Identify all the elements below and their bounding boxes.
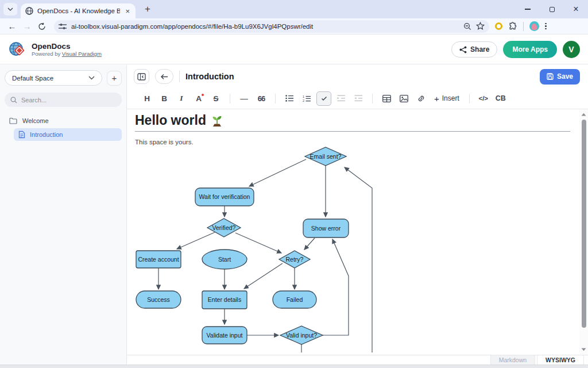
svg-text:Wait for verification: Wait for verification xyxy=(199,193,250,200)
editor-content[interactable]: Hello world This space is yours. Email s… xyxy=(127,109,588,355)
tab-title: OpenDocs - AI Knowledge Base xyxy=(37,7,120,14)
extensions-icon[interactable] xyxy=(508,22,517,31)
minimize-icon xyxy=(525,9,531,9)
page-title: Introduction xyxy=(185,72,234,81)
link-button[interactable] xyxy=(413,91,428,106)
share-icon xyxy=(459,46,467,53)
svg-text:Valid input?: Valid input? xyxy=(286,332,317,339)
search-icon xyxy=(10,97,17,103)
share-label: Share xyxy=(470,45,489,53)
browser-tab[interactable]: OpenDocs - AI Knowledge Base × xyxy=(21,3,136,18)
indent-button[interactable] xyxy=(334,91,349,106)
svg-text:Create account: Create account xyxy=(138,256,179,263)
browser-menu-icon[interactable] xyxy=(545,23,547,30)
share-button[interactable]: Share xyxy=(451,41,497,57)
link-icon xyxy=(417,95,425,102)
inline-code-button[interactable]: </> xyxy=(476,91,491,106)
indent-icon xyxy=(337,95,346,102)
checkbox-icon xyxy=(321,96,327,101)
wysiwyg-mode-tab[interactable]: WYSIWYG xyxy=(537,355,584,365)
space-selector-label: Default Space xyxy=(12,75,53,82)
bookmark-star-icon[interactable] xyxy=(476,22,485,30)
main-panel: Introduction Save H B I A S — 66 xyxy=(127,65,588,365)
scrollbar-thumb[interactable] xyxy=(582,120,586,328)
scroll-down-icon[interactable] xyxy=(579,346,588,354)
chevron-down-icon xyxy=(7,7,13,11)
tab-search-button[interactable] xyxy=(3,3,17,16)
sidebar-item-welcome[interactable]: Welcome xyxy=(5,115,122,126)
browser-toolbar: ← → ai-toolbox.visual-paradigm.com/app/o… xyxy=(0,18,588,34)
browser-profile-avatar[interactable] xyxy=(529,21,539,31)
numbered-list-button[interactable]: 1 2 xyxy=(299,91,314,106)
flowchart-diagram[interactable]: Email sent?Wait for verificationVerified… xyxy=(127,109,579,355)
bullet-list-button[interactable] xyxy=(282,91,297,106)
user-avatar[interactable]: V xyxy=(563,41,580,58)
svg-text:Start: Start xyxy=(218,256,231,263)
outdent-button[interactable] xyxy=(351,91,366,106)
bold-button[interactable]: B xyxy=(157,91,172,106)
window-close-button[interactable]: × xyxy=(564,0,588,18)
app-logo: OpenDocs Powered by Visual Paradigm xyxy=(8,40,102,59)
extension-badge-icon[interactable] xyxy=(495,22,502,30)
svg-text:Verified?: Verified? xyxy=(212,224,236,231)
tree-item-label: Welcome xyxy=(22,117,49,124)
font-color-button[interactable]: A xyxy=(191,91,206,106)
new-tab-button[interactable]: + xyxy=(142,3,153,15)
table-button[interactable] xyxy=(379,91,394,106)
window-bottom-edge xyxy=(0,365,588,368)
globe-favicon xyxy=(25,7,33,15)
heading-button[interactable]: H xyxy=(140,91,154,106)
strikethrough-button[interactable]: S xyxy=(208,91,223,106)
space-selector[interactable]: Default Space xyxy=(5,70,102,86)
tab-close-icon[interactable]: × xyxy=(124,7,131,16)
powered-by: Powered by Visual Paradigm xyxy=(32,51,102,57)
window-minimize-button[interactable] xyxy=(516,0,540,18)
save-button[interactable]: Save xyxy=(540,69,580,85)
table-icon xyxy=(382,95,391,102)
scroll-up-icon[interactable] xyxy=(579,110,588,118)
more-apps-button[interactable]: More Apps xyxy=(503,41,557,58)
search-input[interactable]: Search... xyxy=(5,93,122,107)
collapse-sidebar-button[interactable] xyxy=(134,69,149,84)
plus-icon: + xyxy=(434,94,439,103)
save-icon xyxy=(547,73,554,80)
save-label: Save xyxy=(557,72,573,80)
document-icon xyxy=(18,131,25,139)
svg-text:Show error: Show error xyxy=(311,225,341,232)
outdent-icon xyxy=(354,95,363,102)
bullet-list-icon xyxy=(285,95,294,102)
zoom-icon[interactable] xyxy=(463,22,471,30)
svg-text:1: 1 xyxy=(303,95,304,98)
url-bar[interactable]: ai-toolbox.visual-paradigm.com/app/opend… xyxy=(54,20,489,33)
folder-icon xyxy=(9,117,17,124)
svg-text:Email sent?: Email sent? xyxy=(310,153,342,160)
url-text[interactable]: ai-toolbox.visual-paradigm.com/app/opend… xyxy=(71,23,459,30)
visual-paradigm-link[interactable]: Visual Paradigm xyxy=(62,51,102,57)
sidebar-item-introduction[interactable]: Introduction xyxy=(14,128,122,141)
italic-button[interactable]: I xyxy=(174,91,189,106)
site-info-icon xyxy=(59,23,67,30)
panel-collapse-icon xyxy=(137,73,146,80)
horizontal-rule-button[interactable]: — xyxy=(237,91,252,106)
code-block-button[interactable]: CB xyxy=(493,91,508,106)
document-header: Introduction Save xyxy=(127,65,588,88)
markdown-mode-tab[interactable]: Markdown xyxy=(490,355,535,365)
svg-text:Enter details: Enter details xyxy=(208,296,241,303)
back-button-doc[interactable] xyxy=(155,69,173,84)
numbered-list-icon: 1 2 xyxy=(303,95,311,102)
insert-button[interactable]: + Insert xyxy=(431,94,463,103)
blockquote-button[interactable]: 66 xyxy=(254,91,269,106)
scrollbar[interactable] xyxy=(579,109,588,355)
app-header: OpenDocs Powered by Visual Paradigm Shar… xyxy=(0,35,588,64)
window-maximize-button[interactable] xyxy=(540,0,564,18)
reload-icon xyxy=(38,22,46,30)
add-space-button[interactable]: + xyxy=(107,71,122,86)
reload-button[interactable] xyxy=(34,20,49,33)
forward-button[interactable]: → xyxy=(20,20,34,33)
maximize-icon xyxy=(550,7,555,12)
task-list-button[interactable] xyxy=(316,91,331,106)
opendocs-logo-icon xyxy=(8,40,26,59)
back-button[interactable]: ← xyxy=(5,20,20,33)
color-dot xyxy=(202,94,204,96)
image-button[interactable] xyxy=(396,91,411,106)
